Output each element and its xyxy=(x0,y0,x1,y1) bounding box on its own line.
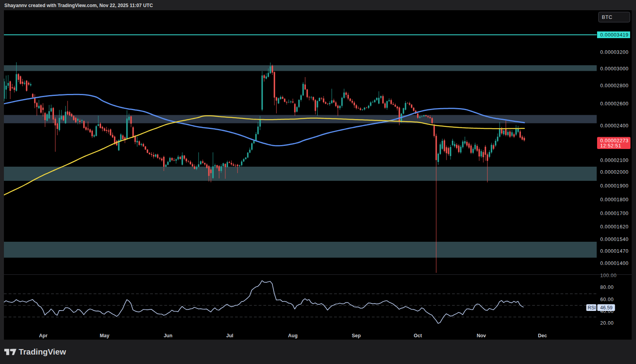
svg-text:Jul: Jul xyxy=(226,333,233,338)
svg-text:Nov: Nov xyxy=(477,333,486,338)
svg-text:BTC: BTC xyxy=(602,14,612,20)
svg-text:0.00001470: 0.00001470 xyxy=(600,248,629,254)
svg-text:TradingView: TradingView xyxy=(19,347,66,356)
svg-text:Jun: Jun xyxy=(164,333,172,338)
svg-text:0.00003200: 0.00003200 xyxy=(600,50,629,55)
svg-text:12:52:51: 12:52:51 xyxy=(600,143,621,149)
svg-text:Sep: Sep xyxy=(352,333,361,338)
svg-text:0.00002100: 0.00002100 xyxy=(600,158,629,163)
svg-text:Oct: Oct xyxy=(414,333,423,338)
svg-text:Aug: Aug xyxy=(288,333,298,338)
svg-text:0.00001620: 0.00001620 xyxy=(600,224,629,230)
svg-text:0.00002600: 0.00002600 xyxy=(600,101,629,107)
svg-text:60.00: 60.00 xyxy=(600,297,614,302)
svg-text:0.00001700: 0.00001700 xyxy=(600,211,629,216)
svg-text:20.00: 20.00 xyxy=(600,320,614,326)
svg-text:0.00001540: 0.00001540 xyxy=(600,237,629,242)
svg-text:80.00: 80.00 xyxy=(600,285,614,290)
svg-text:0.00003419: 0.00003419 xyxy=(600,32,629,38)
svg-text:0.00002400: 0.00002400 xyxy=(600,123,629,129)
svg-text:0.00001400: 0.00001400 xyxy=(600,261,629,266)
svg-text:0.00001800: 0.00001800 xyxy=(600,197,629,202)
svg-text:100.00: 100.00 xyxy=(600,273,617,278)
svg-text:May: May xyxy=(100,333,109,338)
svg-text:0.00002000: 0.00002000 xyxy=(600,169,629,175)
svg-text:0.00001900: 0.00001900 xyxy=(600,183,629,189)
svg-text:RSI: RSI xyxy=(588,305,596,311)
svg-text:Shayannv created with TradingV: Shayannv created with TradingView.com, N… xyxy=(4,3,153,8)
svg-text:46.59: 46.59 xyxy=(600,305,612,311)
svg-text:0.00002800: 0.00002800 xyxy=(600,83,629,88)
svg-text:0.00003000: 0.00003000 xyxy=(600,66,629,72)
svg-text:Apr: Apr xyxy=(39,333,48,338)
svg-text:0.00002273: 0.00002273 xyxy=(600,138,629,143)
svg-text:Dec: Dec xyxy=(538,333,547,338)
